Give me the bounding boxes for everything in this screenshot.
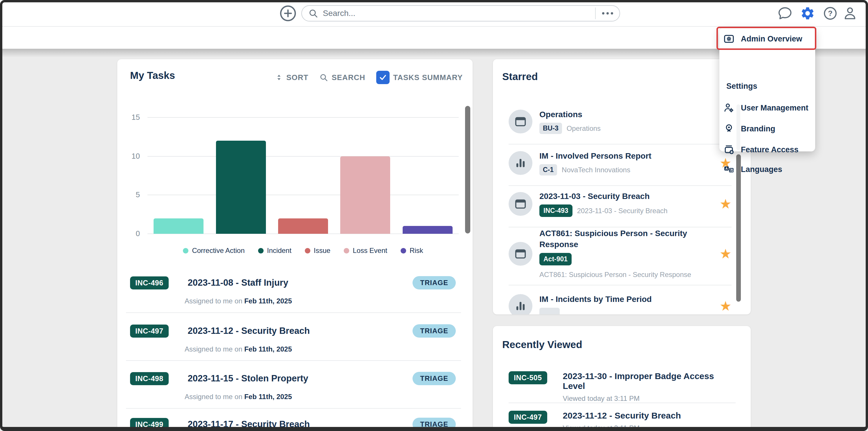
search-more-button[interactable] (595, 7, 620, 19)
menu-item-user-management[interactable]: User Management (723, 100, 812, 116)
user-icon[interactable] (842, 6, 858, 21)
my-tasks-scrollbar[interactable] (465, 106, 470, 233)
starred-item-badge (539, 308, 560, 314)
starred-item-title[interactable]: 2023-11-03 - Security Breach (539, 191, 713, 202)
task-row[interactable]: INC-496 2023-11-08 - Staff Injury TRIAGE… (130, 276, 456, 305)
task-id-badge: INC-497 (130, 325, 169, 338)
starred-item-title[interactable]: IM - Involved Persons Report (539, 151, 713, 162)
chart-ytick-label: 15 (121, 113, 140, 122)
chart-y-axis: 051015 (117, 59, 146, 245)
chart-ytick-label: 5 (121, 190, 140, 199)
window-icon (508, 110, 532, 133)
svg-text:A: A (725, 166, 728, 170)
row-divider (508, 144, 732, 144)
chat-icon[interactable] (777, 6, 793, 21)
recently-viewed-panel: Recently Viewed INC-505 2023-11-30 - Imp… (493, 326, 751, 431)
box-plus-icon (723, 144, 735, 155)
search-icon (319, 73, 328, 82)
status-badge: TRIAGE (412, 418, 456, 431)
status-badge: TRIAGE (412, 372, 456, 385)
help-icon[interactable]: ? (823, 6, 838, 21)
starred-item-subtitle: NovaTech Innovations (562, 165, 630, 175)
recent-item[interactable]: INC-505 2023-11-30 - Improper Badge Acce… (508, 371, 732, 403)
recent-item-viewed: Viewed today at 3:11 PM (563, 394, 732, 403)
starred-item-title[interactable]: IM - Incidents by Time Period (539, 294, 713, 305)
search-input[interactable] (318, 9, 595, 18)
menu-item-branding[interactable]: Branding (723, 121, 812, 137)
chart-plot (148, 118, 459, 234)
search-icon (308, 8, 318, 18)
task-row[interactable]: INC-497 2023-11-12 - Security Breach TRI… (130, 324, 456, 353)
legend-item: Risk (401, 246, 423, 255)
my-tasks-panel: My Tasks SORT SEARCH TASKS SUMMARY 05101… (117, 59, 473, 431)
recent-item-title[interactable]: 2023-11-12 - Security Breach (563, 411, 681, 421)
bar-chart-icon (508, 151, 532, 175)
starred-item-title[interactable]: Operations (539, 109, 713, 120)
star-icon[interactable]: ★ (720, 299, 732, 313)
menu-item-admin-overview[interactable]: Admin Overview (723, 31, 812, 47)
legend-item: Incident (258, 246, 291, 255)
chart-gridline (148, 117, 459, 118)
chart-gridline (148, 195, 459, 195)
task-title[interactable]: 2023-11-15 - Stolen Property (188, 373, 413, 384)
task-id-badge: INC-498 (130, 372, 169, 385)
starred-item[interactable]: Operations BU-3Operations ★ (508, 106, 732, 137)
menu-item-languages[interactable]: A Languages (723, 161, 812, 177)
bar-chart-icon (508, 294, 532, 314)
row-divider (126, 312, 461, 313)
checkbox-checked-icon[interactable] (376, 71, 390, 84)
starred-item-badge: BU-3 (539, 123, 562, 134)
starred-item-subtitle: ACT861: Suspicious Person - Security Res… (539, 270, 691, 279)
row-divider (508, 285, 732, 286)
bar-incident (216, 141, 266, 234)
search-tasks-button[interactable]: SEARCH (319, 73, 365, 82)
folder-gear-icon (723, 33, 735, 44)
starred-title: Starred (502, 71, 538, 82)
sort-icon (275, 73, 283, 82)
chart-ytick-label: 10 (121, 152, 140, 161)
bar-loss-event (340, 156, 390, 234)
starred-item-title[interactable]: ACT861: Suspicious Person - Security Res… (539, 228, 690, 250)
star-icon[interactable]: ★ (720, 197, 732, 210)
starred-item[interactable]: IM - Involved Persons Report C-1NovaTech… (508, 147, 732, 179)
settings-dropdown-menu: Admin Overview Settings User Management … (719, 28, 815, 152)
legend-dot-icon (258, 248, 264, 254)
recent-item[interactable]: INC-497 2023-11-12 - Security Breach Vie… (508, 411, 732, 431)
task-title[interactable]: 2023-11-12 - Security Breach (188, 326, 413, 336)
window-icon (508, 242, 532, 266)
legend-item: Loss Event (344, 246, 387, 255)
recent-item-viewed: Viewed today at 3:11 PM (563, 424, 681, 431)
task-assigned: Assigned to me on Feb 11th, 2025 (185, 345, 456, 353)
legend-dot-icon (305, 248, 310, 254)
legend-item: Corrective Action (183, 246, 244, 255)
status-badge: TRIAGE (412, 324, 456, 338)
starred-item[interactable]: 2023-11-03 - Security Breach INC-4932023… (508, 188, 732, 220)
gear-icon[interactable] (800, 6, 815, 21)
window-icon (508, 192, 532, 216)
tasks-summary-toggle[interactable]: TASKS SUMMARY (376, 71, 463, 84)
global-search (301, 5, 620, 22)
star-icon[interactable]: ★ (720, 247, 732, 261)
starred-item-badge: INC-493 (539, 204, 572, 217)
legend-dot-icon (183, 248, 188, 254)
starred-item-badge: Act-901 (539, 253, 571, 265)
chart-legend: Corrective ActionIncidentIssueLoss Event… (148, 244, 459, 257)
chart-gridline (148, 156, 459, 157)
starred-item[interactable]: IM - Incidents by Time Period ★ (508, 290, 732, 314)
task-row[interactable]: INC-498 2023-11-15 - Stolen Property TRI… (130, 372, 456, 401)
task-title[interactable]: 2023-11-17 - Security Breach (188, 419, 413, 430)
recent-item-title[interactable]: 2023-11-30 - Improper Badge Access Level (563, 371, 732, 391)
recently-viewed-title: Recently Viewed (502, 339, 582, 351)
recent-id-badge: INC-505 (508, 371, 547, 384)
status-badge: TRIAGE (412, 276, 456, 290)
chart-ytick-label: 0 (121, 229, 140, 238)
task-title[interactable]: 2023-11-08 - Staff Injury (188, 277, 413, 288)
add-button[interactable] (279, 5, 297, 22)
bar-risk (403, 226, 453, 234)
sort-button[interactable]: SORT (275, 73, 308, 82)
user-gear-icon (723, 102, 735, 113)
menu-section-settings: Settings (726, 82, 757, 91)
starred-item[interactable]: ACT861: Suspicious Person - Security Res… (508, 229, 732, 278)
menu-item-feature-access[interactable]: Feature Access (723, 141, 812, 158)
task-row[interactable]: INC-499 2023-11-17 - Security Breach TRI… (130, 418, 456, 431)
